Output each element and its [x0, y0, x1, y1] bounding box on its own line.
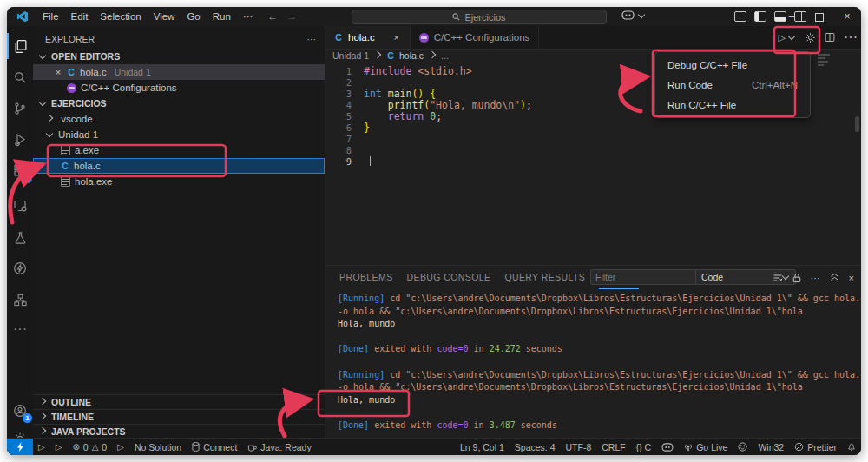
minimap[interactable] — [818, 52, 837, 68]
status-indentation[interactable]: Spaces: 4 — [510, 442, 561, 452]
tab-hola-c[interactable]: C hola.c × — [326, 26, 411, 49]
menu-item-debug-c-c-file[interactable]: Debug C/C++ File — [655, 55, 810, 75]
split-editor-icon[interactable] — [825, 32, 835, 43]
tree-item-a-exe[interactable]: a.exe — [33, 142, 325, 158]
search-view-icon[interactable] — [7, 64, 33, 90]
status-feedback[interactable] — [733, 442, 753, 452]
status-language[interactable]: {} C — [631, 442, 657, 452]
run-debug-icon[interactable] — [7, 127, 33, 153]
toggle-sidebar-icon[interactable] — [754, 11, 766, 22]
sidebar-section-outline[interactable]: OUTLINE — [33, 394, 325, 409]
explorer-icon[interactable] — [7, 33, 33, 59]
status-line-col[interactable]: Ln 9, Col 1 — [455, 442, 510, 452]
status-encoding[interactable]: UTF-8 — [561, 442, 597, 452]
cpp-extension-icon — [419, 33, 429, 43]
copilot-button[interactable] — [621, 10, 646, 20]
status-prettier[interactable]: Prettier — [789, 442, 842, 452]
bell-icon — [847, 442, 856, 452]
tree-item-hola-c[interactable]: C hola.c — [33, 158, 325, 174]
output-line — [338, 406, 861, 419]
line-number: 1 — [326, 66, 364, 77]
status-connect[interactable]: Connect — [187, 442, 242, 452]
close-editor-icon[interactable]: × — [54, 67, 62, 77]
extensions-icon[interactable]: 1 — [7, 158, 33, 184]
status-no-solution[interactable]: No Solution — [129, 442, 187, 452]
command-center-search[interactable]: Ejercicios — [352, 10, 607, 24]
output-filter-input[interactable] — [590, 269, 698, 285]
workspace-folder-header[interactable]: EJERCICIOS — [33, 96, 325, 111]
panel-more-actions[interactable]: ··· — [811, 273, 820, 283]
customize-layout-icon[interactable] — [734, 11, 746, 22]
output-console[interactable]: [Running] cd "c:\Users\andre\Documents\D… — [326, 289, 861, 439]
output-line: [Done] exited with code=0 in 3.487 secon… — [338, 419, 861, 432]
run-options-chevron-icon[interactable] — [788, 33, 795, 40]
copilot-icon — [661, 443, 674, 452]
thunder-client-icon[interactable] — [7, 255, 33, 281]
status-go-live[interactable]: Go Live — [679, 442, 733, 452]
status-os[interactable]: Win32 — [753, 442, 789, 452]
broadcast-icon — [684, 443, 693, 452]
sidebar-section-timeline[interactable]: TIMELINE — [33, 409, 325, 424]
problems-summary[interactable]: ⊗0 △0 — [67, 442, 112, 452]
panel-tab-problems[interactable]: PROBLEMS — [339, 267, 393, 289]
menu-go[interactable]: Go — [181, 7, 206, 26]
open-editor-cpp-config[interactable]: C/C++ Configurations — [33, 80, 325, 96]
sidebar-bottom-sections: OUTLINETIMELINEJAVA PROJECTS — [33, 394, 325, 439]
testing-icon[interactable] — [7, 224, 33, 250]
run-code-button[interactable]: ▷ — [779, 32, 786, 43]
extensions-badge: 1 — [23, 174, 32, 183]
sidebar-section-label: TIMELINE — [51, 412, 94, 422]
sidebar-section-java-projects[interactable]: JAVA PROJECTS — [33, 424, 325, 439]
hierarchy-view-icon[interactable] — [7, 287, 33, 313]
menu-[interactable]: ··· — [237, 7, 260, 26]
close-button[interactable]: × — [833, 7, 861, 26]
remote-indicator[interactable] — [7, 439, 33, 455]
panel-tab-query-results[interactable]: QUERY RESULTS — [504, 267, 585, 289]
menu-selection[interactable]: Selection — [94, 7, 147, 26]
clear-output-icon[interactable] — [773, 273, 783, 283]
menu-file[interactable]: File — [36, 7, 65, 26]
maximize-button[interactable] — [806, 7, 833, 26]
output-line: [Running] cd "c:\Users\andre\Documents\D… — [338, 369, 861, 382]
status-run-task-icon[interactable]: ▷ — [112, 442, 129, 452]
forward-icon[interactable]: → — [286, 10, 297, 23]
line-number: 4 — [326, 100, 364, 111]
editor-more-actions[interactable]: ··· — [844, 30, 858, 45]
lock-autoscroll-icon[interactable] — [792, 273, 801, 283]
minimize-button[interactable]: – — [778, 7, 806, 26]
tree-item-vscode[interactable]: .vscode — [33, 111, 325, 127]
tree-item-unidad-1[interactable]: Unidad 1 — [33, 127, 325, 142]
menu-item-run-c-c-file[interactable]: Run C/C++ File — [655, 95, 810, 115]
tab-cpp-configurations[interactable]: C/C++ Configurations — [411, 26, 540, 49]
menu-edit[interactable]: Edit — [65, 7, 95, 26]
source-control-icon[interactable] — [7, 96, 33, 122]
menu-item-run-code[interactable]: Run CodeCtrl+Alt+N — [655, 75, 810, 95]
open-editor-label: C/C++ Configurations — [81, 82, 177, 93]
close-panel-icon[interactable]: × — [849, 273, 854, 283]
panel-tab-debug-console[interactable]: DEBUG CONSOLE — [407, 267, 491, 289]
back-icon[interactable]: ← — [267, 10, 278, 23]
menu-view[interactable]: View — [148, 7, 181, 26]
status-debug-icon[interactable]: ▷ — [33, 442, 50, 452]
line-number: 3 — [326, 89, 364, 100]
open-editor-hola-c[interactable]: × C hola.c Unidad 1 — [33, 64, 325, 80]
open-editors-header[interactable]: OPEN EDITORS — [33, 49, 325, 64]
remote-explorer-icon[interactable] — [7, 193, 33, 219]
title-bar: FileEditSelectionViewGoRun··· ← → Ejerci… — [7, 7, 861, 27]
close-tab-icon[interactable]: × — [392, 32, 401, 43]
menu-run[interactable]: Run — [207, 7, 237, 26]
status-copilot[interactable] — [656, 443, 679, 452]
more-views-icon[interactable]: ··· — [7, 316, 33, 342]
status-eol[interactable]: CRLF — [596, 442, 630, 452]
status-run-icon[interactable]: ▷ — [50, 442, 68, 452]
status-java[interactable]: Java: Ready — [242, 442, 316, 452]
run-settings-gear-icon[interactable] — [805, 32, 816, 43]
maximize-panel-icon[interactable] — [830, 273, 839, 282]
chevron-right-icon — [374, 51, 381, 58]
accounts-icon[interactable]: 1 — [7, 398, 33, 424]
notifications-bell-icon[interactable] — [842, 442, 861, 452]
sidebar-more-actions[interactable]: ··· — [307, 34, 317, 44]
search-text: Ejercicios — [464, 12, 505, 23]
tree-item-hola-exe[interactable]: hola.exe — [33, 174, 325, 189]
editor-scrollbar[interactable] — [855, 116, 859, 132]
